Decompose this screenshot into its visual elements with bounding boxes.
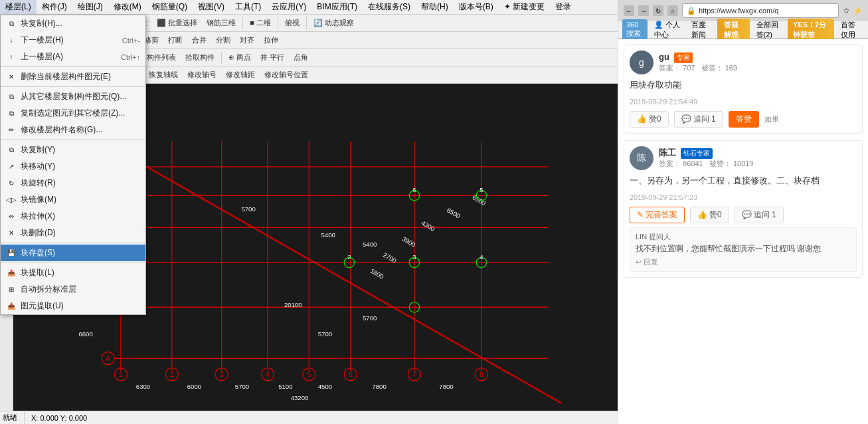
btn-point-angle[interactable]: 点角 <box>290 51 312 64</box>
dropdown-item-block-delete[interactable]: ✕ 块删除(D) <box>1 225 145 241</box>
menu-login[interactable]: 登录 <box>550 0 576 14</box>
btn-rebar-3d[interactable]: 钢筋三维 <box>203 17 240 29</box>
stat-label1-1: 答案： <box>659 64 681 72</box>
svg-text:5700: 5700 <box>235 383 249 390</box>
like-btn-2[interactable]: 👍 赞0 <box>690 207 729 223</box>
dropdown-sep-2 <box>1 86 145 87</box>
btn-two-point[interactable]: ⊕ 两点 <box>224 51 255 64</box>
dropdown-item-auto-split[interactable]: ⊞ 自动拆分标准层 <box>1 281 145 298</box>
down-icon: ↓ <box>6 35 17 46</box>
user-info-1: g gu 专家 答案： 707 被答： 169 <box>630 51 857 74</box>
dropdown-item-next-floor[interactable]: ↓ 下一楼层(H) Ctrl+- <box>1 32 145 49</box>
menu-cloud[interactable]: 云应用(Y) <box>266 0 311 14</box>
user-name-row-2: 陈工 钻石专家 <box>659 147 753 159</box>
btn-restore-axis[interactable]: 恢复轴线 <box>145 68 182 81</box>
browser-forward-btn[interactable]: → <box>638 5 649 16</box>
expert-badge-1: 专家 <box>674 53 693 63</box>
answer-block-2: 陈 陈工 钻石专家 答案： 86041 被赞： 10019 <box>624 140 863 278</box>
btn-merge[interactable]: 合并 <box>188 34 211 47</box>
dropdown-item-copy-to-other[interactable]: ⧉ 复制选定图元到其它楼层(Z)... <box>1 105 145 122</box>
user-details-2: 陈工 钻石专家 答案： 86041 被赞： 10019 <box>659 147 753 169</box>
browser-back-btn[interactable]: ← <box>624 5 634 16</box>
menu-modify[interactable]: 修改(M) <box>108 0 147 14</box>
bookmark-baidu[interactable]: 百度新闻 <box>687 19 715 41</box>
stat-val1-2: 86041 <box>683 159 703 167</box>
browser-home-btn[interactable]: ⌂ <box>667 5 678 16</box>
menu-version[interactable]: 版本号(B) <box>454 0 499 14</box>
menu-help[interactable]: 帮助(H) <box>416 0 454 14</box>
dropdown-item-block-mirror[interactable]: ◁▷ 块镜像(M) <box>1 191 145 208</box>
btn-grid-hash[interactable]: 井 平行 <box>256 51 288 64</box>
btn-dynamic-view[interactable]: 🔄 动态观察 <box>309 17 358 29</box>
dropdown-item-delete-floor-elements[interactable]: ✕ 删除当前楼层构件图元(E) <box>1 68 145 85</box>
ask-count-1: 追问 1 <box>693 114 716 125</box>
dropdown-menu: ⧉ 块复制(H)... ↓ 下一楼层(H) Ctrl+- ↑ 上一楼层(A) C… <box>0 15 146 315</box>
ask-btn-2[interactable]: 💬 追问 1 <box>735 207 784 223</box>
btn-break[interactable]: 打断 <box>164 34 187 47</box>
svg-text:20100: 20100 <box>284 301 302 308</box>
bookmark-all-replies[interactable]: 全部回答(2) <box>752 19 785 41</box>
answer-praise-btn[interactable]: 答赞 <box>729 111 759 128</box>
dropdown-item-block-extract[interactable]: 📤 块提取(L) <box>1 265 145 281</box>
btn-batch-select[interactable]: ⬛ 批量选择 <box>153 17 201 29</box>
bookmark-personal[interactable]: 👤 个人中心 <box>650 19 685 41</box>
dropdown-item-block-rotate[interactable]: ↻ 块旋转(R) <box>1 175 145 191</box>
stat-val2-2: 10019 <box>733 159 754 167</box>
stat-val1-1: 707 <box>683 64 695 72</box>
btn-component-list[interactable]: 构件列表 <box>143 51 180 64</box>
browser-refresh-btn[interactable]: ↻ <box>653 5 663 16</box>
reply-btn[interactable]: ↩ 回复 <box>636 257 851 267</box>
btn-split[interactable]: 分割 <box>212 34 234 47</box>
bookmark-yes[interactable]: YES！7分钟获答 <box>788 19 834 41</box>
btn-top-view[interactable]: 俯视 <box>281 17 304 29</box>
menu-floor[interactable]: 楼层(L) <box>0 0 37 14</box>
star-icon[interactable]: ☆ <box>843 6 850 15</box>
menu-rebar[interactable]: 钢筋量(Q) <box>147 0 193 14</box>
ask-btn-1[interactable]: 💬 追问 1 <box>674 111 723 128</box>
status-bar: 就绪 X: 0.000 Y: 0.000 <box>0 411 618 424</box>
dropdown-item-prev-floor[interactable]: ↑ 上一楼层(A) Ctrl+↑ <box>1 49 145 65</box>
svg-text:5: 5 <box>479 186 483 193</box>
answer-praise-text: 答赞 <box>736 114 752 125</box>
svg-text:4: 4 <box>266 370 270 378</box>
menu-online[interactable]: 在线服务(S) <box>363 0 416 14</box>
menu-new-change[interactable]: ✦ 新建变更 <box>499 0 550 14</box>
svg-text:5100: 5100 <box>278 383 292 390</box>
user-stats-2: 答案： 86041 被赞： 10019 <box>659 159 753 169</box>
bookmark-answer[interactable]: 答疑解惑 <box>717 19 750 41</box>
block-delete-icon: ✕ <box>6 228 17 239</box>
btn-pick-component[interactable]: 拾取构件 <box>181 51 218 64</box>
cad-area: 楼层(L) 构件(J) 绘图(J) 修改(M) 钢筋量(Q) 视图(V) 工具(… <box>0 0 618 424</box>
dropdown-item-copy-from-other[interactable]: ⧉ 从其它楼层复制构件图元(Q)... <box>1 88 145 105</box>
menu-tools[interactable]: 工具(T) <box>230 0 266 14</box>
dropdown-item-block-copy-h[interactable]: ⧉ 块复制(H)... <box>1 15 145 32</box>
dropdown-item-block-stretch[interactable]: ⇔ 块拉伸(X) <box>1 208 145 225</box>
btn-modify-axis-pos[interactable]: 修改轴号位置 <box>260 68 312 81</box>
btn-modify-axis-dist[interactable]: 修改轴距 <box>222 68 259 81</box>
address-bar[interactable]: 🔒 https://www.fwxgx.com/q <box>682 3 839 18</box>
menu-component[interactable]: 构件(J) <box>37 0 72 14</box>
btn-modify-axis-num[interactable]: 修改轴号 <box>183 68 220 81</box>
svg-text:1: 1 <box>119 370 123 378</box>
bookmark-360[interactable]: 360搜索 <box>622 19 648 40</box>
right-panel: ← → ↻ ⌂ 🔒 https://www.fwxgx.com/q ☆ ⚡ 36… <box>618 0 868 424</box>
comment-preview: 如果 <box>764 114 779 124</box>
btn-stretch[interactable]: 拉伸 <box>260 34 282 47</box>
dropdown-item-block-copy-y[interactable]: ⧉ 块复制(Y) <box>1 142 145 158</box>
stat-label2-1: 被答： <box>701 64 723 72</box>
dropdown-item-element-extract[interactable]: 📥 图元提取(U) <box>1 298 145 314</box>
menu-bim[interactable]: BIM应用(T) <box>311 0 363 14</box>
improve-btn[interactable]: ✎ 完善答案 <box>630 207 685 223</box>
lock-icon: 🔒 <box>687 7 696 15</box>
dropdown-item-modify-floor-name[interactable]: ✏ 修改楼层构件名称(G)... <box>1 122 145 138</box>
svg-text:3: 3 <box>412 253 416 261</box>
dropdown-item-block-move[interactable]: ↗ 块移动(Y) <box>1 158 145 175</box>
btn-align[interactable]: 对齐 <box>236 34 258 47</box>
menu-draw[interactable]: 绘图(J) <box>72 0 108 14</box>
like-btn-1[interactable]: 👍 赞0 <box>630 111 669 128</box>
ask-count-2: 追问 1 <box>754 209 776 221</box>
qa-content: g gu 专家 答案： 707 被答： 169 用块存取功能 <box>618 39 868 424</box>
menu-view[interactable]: 视图(V) <box>193 0 230 14</box>
dropdown-item-block-save[interactable]: 💾 块存盘(S) <box>1 245 145 261</box>
btn-2d[interactable]: ■ 二维 <box>246 17 275 29</box>
